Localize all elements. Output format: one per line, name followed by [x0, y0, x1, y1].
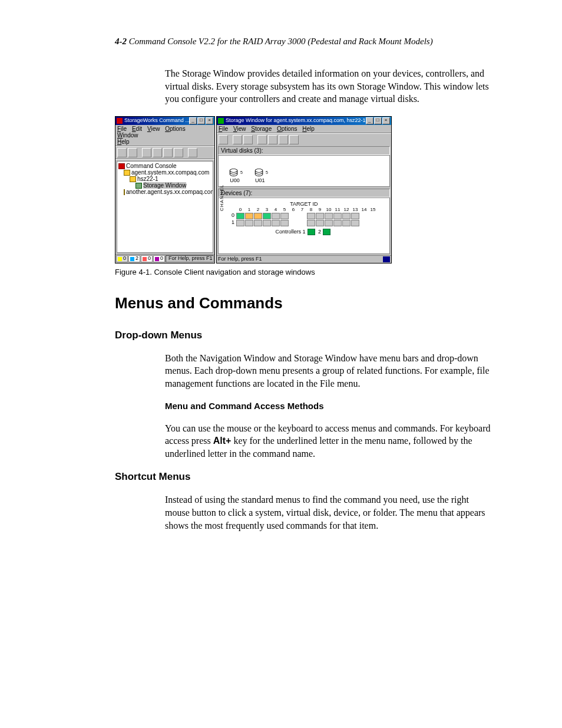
app-icon	[218, 118, 224, 124]
device-slot[interactable]	[342, 213, 351, 219]
navigation-window: StorageWorks Command ... _ □ × File Edit…	[115, 116, 215, 263]
menu-storage[interactable]: Storage	[251, 126, 272, 132]
toolbar-btn-6[interactable]	[279, 135, 288, 144]
menu-options[interactable]: Options	[165, 126, 185, 132]
maximize-button[interactable]: □	[374, 117, 382, 124]
menu-options[interactable]: Options	[277, 126, 297, 132]
storage-window: Storage Window for agent.system.xx.compa…	[216, 116, 392, 263]
controller-icon	[308, 229, 315, 235]
toolbar-btn-3[interactable]	[142, 148, 151, 157]
virtual-disks-pane: ⛁5 U00 ⛁5 U01	[218, 155, 390, 187]
menu-file[interactable]: File	[117, 126, 127, 132]
device-slot[interactable]	[333, 220, 342, 226]
figure-4-1: StorageWorks Command ... _ □ × File Edit…	[115, 116, 494, 278]
device-slot[interactable]	[254, 213, 262, 219]
toolbar-btn-4[interactable]	[257, 135, 267, 144]
virtual-disk-u01[interactable]: ⛁5 U01	[254, 167, 266, 184]
dropdown-paragraph: Both the Navigation Window and Storage W…	[165, 352, 494, 390]
nav-titlebar: StorageWorks Command ... _ □ ×	[115, 117, 214, 125]
tree-storage-window[interactable]: Storage Window	[118, 182, 212, 189]
status-count-3: 0	[141, 255, 153, 262]
device-slot[interactable]	[280, 220, 289, 226]
toolbar-btn-7[interactable]	[289, 135, 299, 144]
device-slot[interactable]	[351, 220, 359, 226]
toolbar-btn-2[interactable]	[128, 148, 137, 157]
folder-icon	[124, 170, 130, 176]
device-slot[interactable]	[307, 220, 315, 226]
device-slot[interactable]	[316, 213, 324, 219]
menu-help[interactable]: Help	[302, 126, 315, 132]
menu-view[interactable]: View	[233, 126, 246, 132]
device-slot[interactable]	[263, 213, 271, 219]
toolbar-btn-1[interactable]	[219, 135, 228, 144]
header-title: Command Console V2.2 for the RAID Array …	[129, 37, 433, 46]
toolbar-btn-5[interactable]	[163, 148, 173, 157]
intro-paragraph: The Storage Window provides detailed inf…	[165, 67, 494, 106]
virtual-disk-u00[interactable]: ⛁5 U00	[229, 167, 240, 184]
tree-hsz[interactable]: hsz22-1	[118, 176, 212, 182]
devices-pane: TARGET ID CHANNEL 0123456789101112131415…	[218, 197, 390, 254]
minimize-button[interactable]: _	[189, 117, 197, 124]
close-button[interactable]: ×	[382, 117, 390, 124]
device-slot[interactable]	[325, 220, 333, 226]
device-slot[interactable]	[272, 220, 280, 226]
device-slot[interactable]	[280, 213, 289, 219]
folder-icon	[130, 176, 136, 182]
channel-row-0: 0	[232, 213, 387, 219]
nav-toolbar	[115, 147, 214, 159]
folder-icon	[124, 189, 125, 195]
device-slot[interactable]	[333, 213, 342, 219]
console-icon	[118, 163, 125, 169]
status-icon	[383, 256, 390, 262]
menu-help[interactable]: Help	[117, 139, 130, 145]
subsection-shortcut-menus: Shortcut Menus	[115, 470, 494, 484]
running-header: 4-2 Command Console V2.2 for the RAID Ar…	[115, 35, 494, 47]
device-slot[interactable]	[307, 213, 315, 219]
status-count-2: 2	[128, 255, 140, 262]
virtual-disks-label: Virtual disks (3):	[218, 146, 390, 155]
target-id-header: 0123456789101112131415	[236, 207, 387, 213]
nav-tree: Command Console agent.system.xx.compaq.c…	[117, 161, 213, 253]
device-slot[interactable]	[245, 213, 253, 219]
toolbar-btn-6[interactable]	[174, 148, 183, 157]
toolbar-btn-1[interactable]	[117, 148, 127, 157]
device-slot[interactable]	[263, 220, 271, 226]
toolbar-btn-7[interactable]	[188, 148, 197, 157]
controllers-row: Controllers 1 2	[221, 226, 387, 235]
status-count-4: 0	[153, 255, 165, 262]
device-slot[interactable]	[325, 213, 333, 219]
menu-file[interactable]: File	[219, 126, 228, 132]
close-button[interactable]: ×	[206, 117, 213, 124]
toolbar-btn-3[interactable]	[243, 135, 253, 144]
controller-icon	[323, 229, 330, 235]
device-slot[interactable]	[245, 220, 253, 226]
tree-root[interactable]: Command Console	[118, 163, 212, 169]
tree-agent-2[interactable]: another.agent.sys.xx.compaq.com	[118, 189, 212, 195]
app-icon	[117, 118, 123, 124]
maximize-button[interactable]: □	[197, 117, 205, 124]
toolbar-btn-4[interactable]	[153, 148, 162, 157]
shortcut-paragraph: Instead of using the standard menus to f…	[165, 493, 494, 532]
status-help: For Help, press F1	[166, 255, 214, 262]
toolbar-btn-2[interactable]	[233, 135, 242, 144]
devices-label: Devices (7):	[218, 189, 390, 197]
kbd-alt: Alt+	[213, 436, 232, 446]
tree-agent-1[interactable]: agent.system.xx.compaq.com	[118, 169, 212, 176]
device-slot[interactable]	[272, 213, 280, 219]
device-slot[interactable]	[236, 213, 244, 219]
disk-icon: ⛁	[254, 167, 263, 179]
menu-edit[interactable]: Edit	[132, 126, 142, 132]
device-slot[interactable]	[236, 220, 244, 226]
toolbar-btn-5[interactable]	[268, 135, 277, 144]
storage-menubar: File View Storage Options Help	[217, 125, 391, 133]
disk-icon: ⛁	[229, 167, 238, 179]
menu-view[interactable]: View	[147, 126, 160, 132]
device-slot[interactable]	[254, 220, 262, 226]
nav-title: StorageWorks Command ...	[124, 118, 189, 124]
device-slot[interactable]	[342, 220, 351, 226]
device-slot[interactable]	[351, 213, 359, 219]
device-slot[interactable]	[316, 220, 324, 226]
minimize-button[interactable]: _	[366, 117, 373, 124]
menu-window[interactable]: Window	[117, 132, 138, 139]
storage-titlebar: Storage Window for agent.system.xx.compa…	[217, 117, 391, 125]
